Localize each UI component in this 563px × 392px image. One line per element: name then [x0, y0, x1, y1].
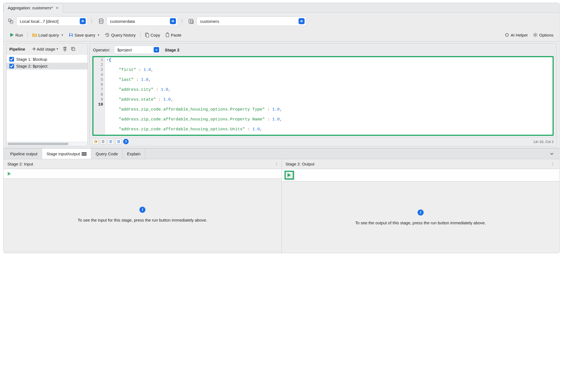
- chevron-down-icon: [80, 18, 86, 24]
- svg-point-11: [534, 34, 536, 36]
- svg-rect-1: [10, 21, 13, 23]
- load-query-label: Load query: [38, 33, 59, 37]
- stage-output-pane: Stage 2: Output 〉 i To see the output of…: [282, 159, 560, 253]
- svg-rect-7: [146, 34, 149, 37]
- chevron-down-icon: [299, 18, 305, 24]
- stage-output-body: i To see the output of this stage, press…: [282, 181, 560, 253]
- operator-value: $project: [117, 48, 132, 52]
- query-history-label: Query history: [111, 33, 136, 37]
- svg-rect-5: [70, 35, 72, 37]
- info-icon: i: [418, 209, 424, 216]
- ai-helper-button[interactable]: AI Helper: [502, 31, 530, 38]
- explain-tab[interactable]: Explain: [123, 148, 145, 159]
- stage-editor-panel: Operator: $project Stage 2 1 2 3 4 5 6 7…: [89, 43, 557, 146]
- code-editor[interactable]: 1 2 3 4 5 6 7 8 9 10 ▾{ "first" : 1.0, "…: [92, 56, 554, 136]
- connection-select[interactable]: Local local...7 [direct]: [16, 16, 88, 26]
- stage-input-pane: Stage 2: Input 〈 i To see the input for …: [4, 159, 282, 253]
- options-button[interactable]: Options: [531, 31, 556, 38]
- copy-icon: [145, 32, 149, 37]
- collection-select[interactable]: customers: [197, 16, 307, 26]
- database-value: customerdata: [110, 19, 135, 24]
- copy-label: Copy: [151, 33, 160, 37]
- result-tabs: Pipeline output Stage input/output Query…: [4, 148, 559, 159]
- svg-rect-9: [167, 33, 168, 34]
- history-icon: [105, 32, 110, 37]
- collapse-left-icon[interactable]: 〈: [274, 161, 278, 167]
- tab-label: Pipeline output: [10, 151, 37, 156]
- dropdown-arrow-icon: ▼: [61, 34, 64, 37]
- collection-value: customers: [200, 19, 219, 24]
- code-content[interactable]: ▾{ "first" : 1.0, "last" : 1.0, "address…: [105, 57, 553, 135]
- svg-rect-4: [70, 34, 72, 35]
- pipeline-stages-list: Stage 1: $lookupStage 2: $project: [7, 55, 87, 142]
- database-select[interactable]: customerdata: [106, 16, 178, 26]
- expand-right-icon[interactable]: 〉: [551, 161, 556, 167]
- linewrap-button[interactable]: [100, 139, 106, 144]
- operator-select[interactable]: $project: [114, 46, 161, 54]
- svg-point-14: [96, 141, 97, 142]
- breadcrumb-separator: 〉: [90, 18, 96, 24]
- run-button[interactable]: Run: [7, 32, 25, 38]
- svg-point-2: [99, 19, 103, 20]
- load-query-button[interactable]: Load query ▼: [30, 32, 66, 38]
- delete-stage-button[interactable]: [62, 46, 68, 52]
- format-button[interactable]: [92, 139, 98, 144]
- breadcrumb: Local local...7 [direct] 〉 customerdata …: [4, 13, 559, 30]
- pipeline-stage-row[interactable]: Stage 2: $project: [7, 63, 87, 70]
- options-label: Options: [539, 33, 553, 37]
- run-input-button[interactable]: [6, 171, 12, 177]
- stage-io-tab[interactable]: Stage input/output: [42, 148, 91, 159]
- outdent-button[interactable]: [115, 139, 122, 144]
- svg-rect-0: [9, 19, 11, 21]
- dropdown-arrow-icon: ▼: [56, 48, 59, 50]
- collapse-panel-button[interactable]: [546, 148, 557, 159]
- indent-button[interactable]: [108, 139, 114, 144]
- document-tab-title: Aggregation: customers*: [8, 5, 53, 10]
- stage-label: Stage 2: [165, 48, 179, 52]
- stage-output-toolbar: [282, 169, 560, 181]
- help-button[interactable]: ?: [123, 139, 129, 144]
- separator: [140, 32, 140, 38]
- stage-enabled-checkbox[interactable]: [9, 57, 14, 62]
- query-history-button[interactable]: Query history: [103, 31, 138, 38]
- stage-output-title: Stage 2: Output: [286, 162, 314, 166]
- save-query-label: Save query: [74, 33, 95, 37]
- stage-enabled-checkbox[interactable]: [9, 64, 14, 68]
- database-icon: [98, 18, 104, 24]
- document-tabstrip: Aggregation: customers* ✕: [4, 3, 559, 13]
- separator: [27, 32, 28, 38]
- cursor-position: Lin 10, Col 2: [534, 140, 554, 144]
- pipeline-output-tab[interactable]: Pipeline output: [6, 148, 42, 159]
- tab-label: Explain: [127, 151, 140, 156]
- stage-input-toolbar: [4, 169, 282, 179]
- connection-icon: [8, 18, 14, 24]
- run-output-button[interactable]: [285, 171, 294, 180]
- query-code-tab[interactable]: Query Code: [91, 148, 123, 159]
- pipeline-header: Pipeline Add stage ▼: [7, 43, 87, 55]
- add-stage-button[interactable]: Add stage ▼: [31, 46, 60, 52]
- paste-label: Paste: [171, 33, 181, 37]
- pipeline-stage-row[interactable]: Stage 1: $lookup: [7, 56, 87, 63]
- breadcrumb-separator: 〉: [180, 18, 186, 24]
- paste-icon: [165, 32, 170, 37]
- svg-rect-13: [72, 48, 75, 51]
- pipeline-scrollbar[interactable]: [7, 142, 87, 146]
- document-tab[interactable]: Aggregation: customers* ✕: [4, 3, 63, 13]
- stage-input-header: Stage 2: Input 〈: [4, 159, 282, 169]
- svg-rect-8: [166, 33, 169, 37]
- connection-value: Local local...7 [direct]: [20, 19, 59, 24]
- stage-output-header: Stage 2: Output 〉: [282, 159, 560, 169]
- editor-split: Pipeline Add stage ▼ Stage 1: $lookupSta…: [4, 42, 559, 148]
- split-view-icon: [82, 152, 87, 156]
- duplicate-stage-button[interactable]: [70, 46, 76, 52]
- pipeline-panel: Pipeline Add stage ▼ Stage 1: $lookupSta…: [6, 43, 88, 146]
- operator-label: Operator:: [93, 48, 110, 52]
- copy-button[interactable]: Copy: [143, 31, 162, 38]
- results-panel: Pipeline output Stage input/output Query…: [4, 148, 559, 253]
- main-toolbar: Run Load query ▼ Save query ▼ Query hist…: [4, 30, 559, 42]
- paste-button[interactable]: Paste: [163, 31, 184, 38]
- dropdown-arrow-icon: ▼: [97, 34, 100, 37]
- close-icon[interactable]: ✕: [56, 6, 59, 10]
- operator-row: Operator: $project Stage 2: [90, 43, 556, 56]
- save-query-button[interactable]: Save query ▼: [67, 32, 102, 38]
